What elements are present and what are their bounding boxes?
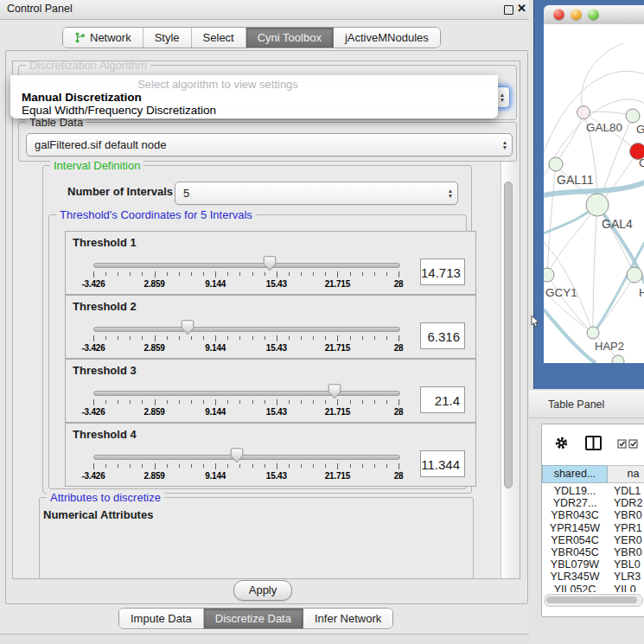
tab-select[interactable]: Select xyxy=(192,28,246,48)
table-cell: YBL0 xyxy=(608,558,641,571)
tick-mark xyxy=(227,336,228,340)
tab-cyni-toolbox[interactable]: Cyni Toolbox xyxy=(246,28,334,48)
tab-label: Style xyxy=(155,31,180,44)
slider-thumb[interactable] xyxy=(181,320,194,335)
threshold-value-field[interactable]: 21.4 xyxy=(420,386,465,413)
algorithm-option-2[interactable]: Equal Width/Frequency Discretization xyxy=(22,104,216,117)
tick-mark xyxy=(277,463,277,469)
network-node-hap2[interactable] xyxy=(587,327,599,339)
tick-mark xyxy=(118,336,118,340)
panel-scrollbar[interactable] xyxy=(501,162,516,578)
network-edge[interactable] xyxy=(582,43,623,112)
column-header-1[interactable]: shared... xyxy=(542,465,608,483)
threshold-2-panel: Threshold 2-3.4262.8599.14415.4321.71528… xyxy=(65,295,476,359)
table-cell: YDL1 xyxy=(608,485,641,497)
network-node-gal4[interactable] xyxy=(586,194,609,216)
network-node-gal80[interactable] xyxy=(577,106,590,119)
split-columns-icon[interactable] xyxy=(585,436,602,450)
tick-label: 21.715 xyxy=(318,471,356,481)
table-row[interactable]: YIL052CYIL0 xyxy=(542,583,644,593)
minimize-traffic-light-icon[interactable] xyxy=(571,9,582,20)
tick-mark xyxy=(167,464,168,468)
network-edge[interactable] xyxy=(583,112,633,116)
numerical-attributes-label: Numerical Attributes xyxy=(43,508,153,521)
gear-icon[interactable] xyxy=(554,436,569,450)
bottom-tab-infer-network[interactable]: Infer Network xyxy=(303,609,392,628)
slider-track[interactable] xyxy=(93,455,400,460)
network-node-label: GAL80 xyxy=(586,121,622,134)
slider-track[interactable] xyxy=(93,327,400,332)
table-horizontal-scrollbar[interactable] xyxy=(544,594,643,607)
table-row[interactable]: YLR345WYLR3 xyxy=(542,571,644,583)
tab-jactivemnodules[interactable]: jActiveMNodules xyxy=(334,28,440,48)
slider-thumb[interactable] xyxy=(230,448,244,463)
table-row[interactable]: YPR145WYPR1 xyxy=(542,522,644,534)
control-panel-titlebar: Control Panel ✕ xyxy=(0,0,529,20)
tab-network[interactable]: Network xyxy=(63,28,143,48)
table-data-combobox[interactable]: galFiltered.sif default node ▲▼ xyxy=(26,133,513,156)
tick-mark xyxy=(374,464,375,468)
checkbox-icon[interactable] xyxy=(617,439,627,449)
node-table-panel: shared...na YDL19...YDL1YDR27...YDR2YBR0… xyxy=(541,424,644,617)
checkbox-icon[interactable] xyxy=(628,439,638,449)
tick-mark xyxy=(191,272,192,276)
table-row[interactable]: YDR27...YDR2 xyxy=(542,497,644,509)
network-edge[interactable] xyxy=(547,205,597,275)
network-edge-thick[interactable] xyxy=(594,242,644,332)
slider-thumb[interactable] xyxy=(263,256,277,271)
tick-mark xyxy=(155,399,156,405)
slider-track[interactable] xyxy=(93,263,400,268)
network-node[interactable] xyxy=(612,355,624,363)
scrollbar-thumb[interactable] xyxy=(546,596,637,603)
zoom-traffic-light-icon[interactable] xyxy=(588,9,599,20)
table-cell: YLR3 xyxy=(608,571,641,583)
table-panel-header-bar: Table Panel xyxy=(529,391,644,418)
network-edge[interactable] xyxy=(593,205,597,333)
tick-label: 9.144 xyxy=(196,279,234,289)
tick-mark xyxy=(142,336,143,340)
table-header-row: shared...na xyxy=(542,465,644,483)
table-cell: YDR2 xyxy=(608,497,642,509)
column-header-2[interactable]: na xyxy=(608,465,644,483)
tick-mark xyxy=(130,400,131,404)
tick-mark xyxy=(155,335,156,341)
network-edge[interactable] xyxy=(556,112,583,164)
threshold-value-field[interactable]: 6.316 xyxy=(420,322,465,349)
network-node-h[interactable] xyxy=(627,267,642,283)
scrollbar-thumb[interactable] xyxy=(504,182,513,488)
table-row[interactable]: YBR045CYBR0 xyxy=(542,546,644,558)
close-icon[interactable]: ✕ xyxy=(517,2,526,15)
bottom-tab-discretize-data[interactable]: Discretize Data xyxy=(204,609,303,628)
tab-style[interactable]: Style xyxy=(143,28,192,48)
network-edge[interactable] xyxy=(547,164,556,275)
tick-label: 9.144 xyxy=(196,343,234,353)
network-window-titlebar[interactable] xyxy=(544,5,644,25)
threshold-value-field[interactable]: 11.344 xyxy=(420,450,465,477)
table-row[interactable]: YBL079WYBL0 xyxy=(542,558,644,571)
network-node-g[interactable] xyxy=(626,109,640,123)
tick-mark xyxy=(301,400,302,404)
tick-mark xyxy=(203,400,204,404)
tick-mark xyxy=(142,272,143,276)
tick-mark xyxy=(167,400,168,404)
table-row[interactable]: YDL19...YDL1 xyxy=(542,485,644,497)
close-traffic-light-icon[interactable] xyxy=(553,9,564,20)
slider-track[interactable] xyxy=(93,391,400,396)
tick-mark xyxy=(374,336,375,340)
network-node-gcy1[interactable] xyxy=(544,268,554,282)
table-row[interactable]: YER054CYER0 xyxy=(542,534,644,546)
number-of-intervals-combobox[interactable]: 5 ▲▼ xyxy=(175,182,458,205)
threshold-value-field[interactable]: 14.713 xyxy=(420,258,465,285)
float-window-icon[interactable] xyxy=(504,5,513,15)
network-canvas[interactable]: GAL80GCGAL11GAL4GCY1HHAP2 xyxy=(544,24,644,363)
tick-mark xyxy=(142,400,143,404)
slider-thumb[interactable] xyxy=(328,384,341,399)
tick-mark xyxy=(227,464,228,468)
bottom-tab-impute-data[interactable]: Impute Data xyxy=(119,609,204,628)
table-row[interactable]: YBR043CYBR0 xyxy=(542,509,644,521)
tick-mark xyxy=(362,336,363,340)
network-node-gal11[interactable] xyxy=(549,157,563,171)
network-edge[interactable] xyxy=(601,151,638,203)
algorithm-option-1[interactable]: Manual Discretization xyxy=(22,91,142,104)
apply-button[interactable]: Apply xyxy=(233,580,292,601)
